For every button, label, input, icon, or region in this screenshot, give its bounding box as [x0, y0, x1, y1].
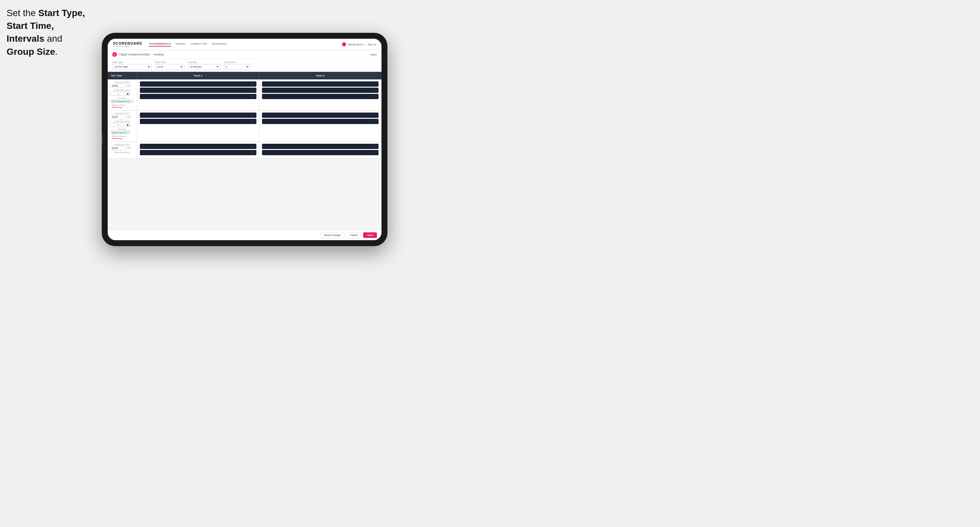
player-slot-1-3: × ⬚ — [140, 94, 256, 99]
slot-x-icon[interactable]: × — [372, 145, 374, 148]
player-slot-6-1: × ⬚ — [262, 144, 379, 149]
group-size-group: Group Size 3 2 4 — [224, 61, 250, 70]
player-slot-6-2: × ⬚ — [262, 150, 379, 155]
back-button[interactable]: ‹ Back — [369, 53, 377, 56]
starting-time-label-1: STARTING TIME: — [110, 81, 134, 83]
slot-x-icon[interactable]: × — [372, 83, 374, 85]
logo-text: SCOREBOARD — [113, 41, 142, 45]
slot-edit-icon[interactable]: ⬚ — [253, 151, 255, 154]
starting-hole-label-2: STARTING HOLE: — [110, 121, 134, 122]
tournament-name[interactable]: Clippd Invitational (Mar) — [119, 53, 150, 56]
slot-x-icon[interactable]: × — [250, 151, 252, 154]
starting-time-label-2: STARTING TIME: — [110, 113, 134, 114]
tablet-frame: SCOREBOARD Powered by clipp.d TOURNAMENT… — [102, 33, 387, 246]
hole-stepper-1[interactable]: 1 ▲ — [110, 92, 130, 96]
sub-hosting: Hosting — [154, 53, 164, 56]
sub-logo-letter: C — [114, 53, 116, 56]
slot-edit-icon[interactable]: ⬚ — [253, 120, 255, 123]
hole-up-btn-1[interactable]: ▲ — [126, 92, 130, 95]
course-name-2: East Lake GC — [115, 132, 127, 133]
cancel-button[interactable]: Cancel — [346, 232, 361, 238]
nav-right: blair@clippd.io | Sign out — [342, 42, 376, 46]
remove-group-btn-2[interactable]: ○Remove Group — [110, 135, 134, 137]
slot-x-icon[interactable]: × — [372, 120, 374, 123]
footer-bar: Reset Changes Cancel Save — [108, 230, 382, 240]
player-slot-2-1: × ⬚ — [262, 81, 379, 87]
instruction-middle: and — [45, 33, 62, 44]
start-time-select[interactable]: 10:00 09:00 10:30 — [155, 64, 185, 70]
clock-icon-2: 🕐 — [127, 116, 130, 119]
group-row-3: STARTING TIME: 🕐 STARTING HOLE: × ⬚ — [108, 142, 382, 159]
starting-time-label-3: STARTING TIME: — [110, 144, 134, 146]
course-remove-2[interactable]: × — [128, 132, 129, 133]
nav-separator: | — [365, 43, 366, 46]
nav-rankings[interactable]: RANKINGS — [212, 42, 227, 47]
hole-up-btn-2[interactable]: ▲ — [126, 123, 130, 127]
slot-edit-icon[interactable]: ⬚ — [375, 120, 377, 123]
save-button[interactable]: Save — [363, 232, 377, 238]
top-nav: SCOREBOARD Powered by clipp.d TOURNAMENT… — [108, 39, 382, 50]
slot-edit-icon[interactable]: ⬚ — [253, 95, 255, 98]
starting-time-input-1[interactable] — [110, 84, 127, 88]
slot-edit-icon[interactable]: ⬚ — [253, 83, 255, 85]
team2-col-3: × ⬚ × ⬚ — [259, 142, 382, 158]
slot-x-icon[interactable]: × — [250, 95, 252, 98]
starting-time-input-3[interactable] — [110, 146, 127, 150]
schedule-table: Tee Time Team 1 Team 2 STARTING TIME: 🕐 … — [108, 72, 382, 230]
start-time-label: Start Time — [155, 61, 185, 63]
slot-x-icon[interactable]: × — [250, 89, 252, 92]
controls-row: Start Type 1st Tee Start Shotgun Start 1… — [108, 59, 382, 72]
slot-edit-icon[interactable]: ⬚ — [253, 114, 255, 116]
slot-x-icon[interactable]: × — [250, 83, 252, 85]
hole-stepper-2[interactable]: 1 ▲ — [110, 123, 130, 127]
slot-edit-icon[interactable]: ⬚ — [375, 151, 377, 154]
player-slot-1-2: × ⬚ — [140, 87, 256, 93]
slot-edit-icon[interactable]: ⬚ — [375, 95, 377, 98]
slot-edit-icon[interactable]: ⬚ — [253, 145, 255, 148]
nav-tournaments[interactable]: TOURNAMENTS — [149, 42, 171, 47]
slot-x-icon[interactable]: × — [372, 95, 374, 98]
slot-x-icon[interactable]: × — [250, 114, 252, 116]
instruction-bold1: Start Type, — [38, 8, 85, 18]
add-group-btn-2[interactable]: + Add Group — [110, 138, 134, 140]
course-remove-1[interactable]: × — [131, 100, 133, 102]
instruction-prefix: Set the — [6, 8, 38, 18]
slot-edit-icon[interactable]: ⬚ — [253, 89, 255, 92]
instruction-bold4: Group Size — [6, 47, 55, 57]
slot-x-icon[interactable]: × — [372, 151, 374, 154]
slot-x-icon[interactable]: × — [372, 89, 374, 92]
tablet-screen: SCOREBOARD Powered by clipp.d TOURNAMENT… — [108, 39, 382, 240]
group-size-label: Group Size — [224, 61, 250, 63]
course-icon-1: ⛳ — [111, 100, 114, 102]
add-group-btn-1[interactable]: + Add Group — [110, 106, 134, 108]
instruction-bold3: Intervals — [6, 33, 45, 44]
remove-group-btn-1[interactable]: ○Remove Group — [110, 104, 134, 106]
intervals-select[interactable]: 10 Minutes 8 Minutes 12 Minutes — [188, 64, 221, 70]
intervals-group: Intervals 10 Minutes 8 Minutes 12 Minute… — [188, 61, 221, 70]
start-type-group: Start Type 1st Tee Start Shotgun Start 1… — [112, 61, 152, 70]
start-type-label: Start Type — [112, 61, 152, 63]
instruction-text: Set the Start Type, Start Time, Interval… — [6, 6, 102, 58]
slot-edit-icon[interactable]: ⬚ — [375, 145, 377, 148]
player-slot-3-2: × ⬚ — [140, 119, 256, 124]
start-type-select[interactable]: 1st Tee Start Shotgun Start 10th Tee Sta… — [112, 64, 152, 70]
starting-time-input-2[interactable] — [110, 115, 127, 119]
nav-teams[interactable]: TEAMS — [176, 42, 186, 47]
slot-x-icon[interactable]: × — [250, 120, 252, 123]
nav-committee[interactable]: COMMITTEE — [190, 42, 207, 47]
player-slot-5-2: × ⬚ — [140, 150, 256, 155]
group-size-select[interactable]: 3 2 4 — [224, 64, 250, 70]
sign-out-link[interactable]: Sign out — [368, 43, 376, 46]
logo-sub: Powered by clipp.d — [113, 45, 142, 47]
reset-button[interactable]: Reset Changes — [320, 232, 344, 238]
sub-logo: C — [112, 52, 117, 57]
intervals-label: Intervals — [188, 61, 221, 63]
slot-edit-icon[interactable]: ⬚ — [375, 83, 377, 85]
sub-separator: › — [151, 53, 152, 56]
slot-edit-icon[interactable]: ⬚ — [375, 89, 377, 92]
slot-edit-icon[interactable]: ⬚ — [375, 114, 377, 116]
tee-info-2: STARTING TIME: 🕐 STARTING HOLE: 1 ▲ COUR… — [108, 111, 137, 141]
slot-x-icon[interactable]: × — [250, 145, 252, 148]
player-slot-2-2: × ⬚ — [262, 87, 379, 93]
slot-x-icon[interactable]: × — [372, 114, 374, 116]
